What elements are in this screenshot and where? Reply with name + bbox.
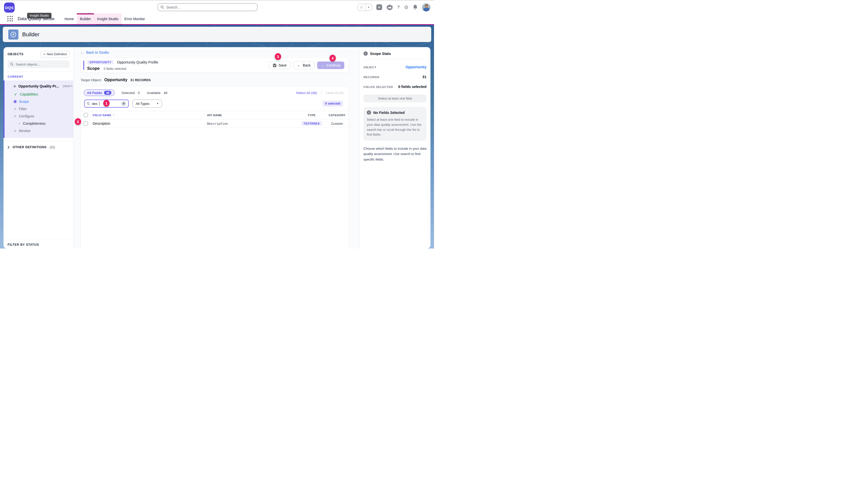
annotation-badge-4: 4: [329, 55, 336, 61]
current-section-label: CURRENT: [3, 72, 73, 81]
field-search-value: des: [92, 102, 98, 105]
scope-stats-panel: i Scope Stats OBJECT Opportunity RECORDS…: [359, 47, 430, 248]
other-definitions-count: (11): [49, 145, 55, 149]
object-search[interactable]: [8, 60, 70, 68]
target-object-label: Target Object:: [80, 78, 102, 82]
objects-sidebar: OBJECTS + New Definition CURRENT Opportu…: [3, 47, 74, 248]
target-object-records: 31 RECORDS: [131, 79, 151, 82]
check-icon: ✓: [14, 92, 17, 96]
builder-compass-icon: [8, 29, 18, 40]
favorites-star-icon: ☆: [360, 5, 363, 10]
tab-selected[interactable]: Selected 0: [122, 91, 140, 95]
trailhead-icon[interactable]: [386, 4, 393, 10]
nav-tab-insight-studio[interactable]: Insight Studio: [94, 13, 121, 24]
accent-bar: [83, 60, 84, 70]
nav-tab-home[interactable]: Home: [61, 13, 77, 24]
step-dot-icon: [14, 108, 16, 110]
forward-arrow-icon: →: [321, 63, 324, 67]
sort-asc-icon: ↑: [113, 113, 114, 117]
nav-tab-error-monitor[interactable]: Error Monitor: [121, 13, 148, 24]
notifications-bell-icon[interactable]: [413, 4, 417, 10]
sidebar-item-filter[interactable]: Filter: [4, 105, 71, 112]
fields-tabs-row: All Fields 48 Selected 0 Available 48 Se…: [80, 86, 349, 99]
sidebar-item-review[interactable]: Review: [4, 127, 71, 134]
clear-all-link[interactable]: Clear All (0): [326, 91, 343, 95]
app-navbar: Data Quality Sense Home Builder Insight …: [0, 13, 434, 24]
table-row[interactable]: Description Description TEXTAREA Custom: [80, 119, 349, 128]
sidebar-item-definition[interactable]: Opportunity Quality Pr... DRAFT: [4, 83, 71, 90]
type-filter-dropdown[interactable]: All Types ▼: [132, 100, 162, 108]
help-icon[interactable]: ?: [397, 5, 400, 10]
global-search[interactable]: [158, 3, 258, 11]
column-api-name: API NAME: [207, 114, 295, 117]
target-object-row: Target Object: Opportunity 31 RECORDS: [80, 77, 151, 82]
stats-title: Scope Stats: [370, 52, 391, 56]
stat-object-value[interactable]: Opportunity: [406, 65, 426, 69]
annotation-badge-2: 2: [75, 118, 81, 125]
global-header: DQS ☆ ▼ + ? ⚙: [0, 0, 434, 13]
column-type: TYPE: [308, 114, 315, 117]
continue-button[interactable]: → Continue: [317, 61, 344, 69]
global-search-input[interactable]: [166, 5, 255, 9]
row-checkbox[interactable]: [84, 122, 88, 126]
nav-tabs: Home Builder Insight Studio Error Monito…: [61, 13, 148, 24]
table-header: FIELD NAME ↑ API NAME TYPE CATEGORY: [80, 111, 349, 119]
step-dot-icon: [14, 130, 16, 132]
column-field-name[interactable]: FIELD NAME ↑: [93, 113, 207, 117]
other-definitions-toggle[interactable]: OTHER DEFINITIONS (11): [3, 141, 73, 153]
select-all-checkbox[interactable]: [84, 113, 88, 117]
column-category: CATEGORY: [328, 114, 345, 117]
info-icon: i: [364, 52, 368, 56]
setup-gear-icon[interactable]: ⚙: [404, 4, 409, 10]
step-dot-icon: [14, 115, 16, 117]
favorites-button[interactable]: ☆ ▼: [357, 4, 372, 11]
sidebar-item-configure[interactable]: Configure: [4, 112, 71, 120]
cell-api-name: Description: [207, 122, 295, 126]
annotation-badge-1: 1: [103, 100, 109, 106]
sidebar-item-capabilities[interactable]: ✓ Capabilities: [4, 90, 71, 98]
back-to-studio-link[interactable]: ← Back to Studio: [80, 50, 109, 54]
object-search-input[interactable]: [16, 62, 67, 66]
select-all-link[interactable]: Select All (48): [296, 91, 317, 95]
stat-records-row: RECORDS 31: [364, 75, 426, 79]
selected-count: 0: [138, 91, 140, 95]
sidebar-item-scope[interactable]: Scope: [4, 98, 71, 105]
field-filter-row: des × All Types ▼ 0 selected: [80, 99, 349, 111]
sidebar-item-completeness[interactable]: Completeness: [4, 120, 71, 127]
objects-heading: OBJECTS: [8, 53, 24, 56]
selected-count-badge: 0 selected: [322, 101, 343, 106]
app-launcher-icon[interactable]: [7, 16, 13, 22]
app-logo[interactable]: DQS: [4, 2, 15, 13]
step-dot-icon: [19, 123, 20, 124]
search-icon: [10, 62, 14, 66]
content-shell: OBJECTS + New Definition CURRENT Opportu…: [3, 47, 430, 248]
tab-all-fields[interactable]: All Fields 48: [84, 89, 115, 96]
stat-fields-value: 0 fields selected: [398, 85, 426, 89]
annotation-badge-3: 3: [275, 53, 281, 60]
cell-field-name: Description: [93, 122, 207, 126]
select-field-disabled-button[interactable]: Select at least one field: [364, 95, 426, 102]
back-button[interactable]: ← Back: [293, 61, 314, 69]
cell-category: Custom: [331, 122, 343, 126]
nav-tab-builder[interactable]: Builder: [77, 13, 94, 24]
new-definition-button[interactable]: + New Definition: [40, 51, 70, 57]
insight-studio-tooltip: Insight Studio: [27, 13, 52, 18]
save-button[interactable]: Save: [269, 61, 291, 69]
page-title: Builder: [22, 31, 39, 38]
info-box-title: No Fields Selected: [373, 111, 404, 115]
tab-available[interactable]: Available 48: [147, 91, 167, 95]
page-header: Builder: [3, 27, 431, 42]
profile-name: Opportunity Quality Profile: [117, 60, 158, 64]
target-object-name: Opportunity: [104, 77, 128, 82]
object-type-badge: OPPORTUNITY: [87, 60, 114, 65]
text-cursor: [99, 102, 100, 105]
clear-search-icon[interactable]: ×: [121, 101, 126, 106]
chevron-down-icon: ▼: [157, 102, 159, 105]
save-icon: [273, 63, 277, 67]
user-avatar[interactable]: [422, 3, 430, 12]
chevron-right-icon: [8, 146, 10, 149]
search-icon: [160, 5, 164, 9]
app-screen: DQS ☆ ▼ + ? ⚙ Data: [0, 0, 434, 248]
favorites-caret-icon: ▼: [368, 6, 370, 9]
quick-add-icon[interactable]: +: [376, 4, 382, 10]
